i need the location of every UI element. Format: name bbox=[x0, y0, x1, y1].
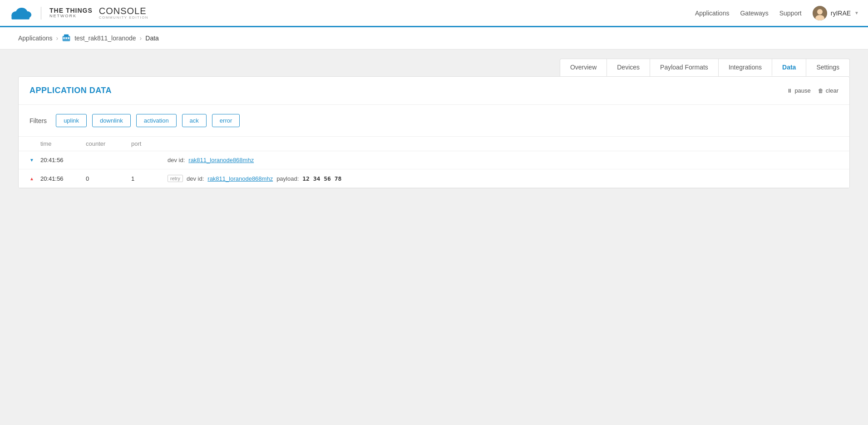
retry-badge: retry bbox=[168, 175, 183, 182]
filter-uplink[interactable]: uplink bbox=[56, 114, 87, 127]
tab-integrations[interactable]: Integrations bbox=[718, 59, 772, 76]
tab-devices[interactable]: Devices bbox=[607, 59, 650, 76]
table-row: ▼ 20:41:56 dev id: rak811_loranode868mhz bbox=[19, 151, 849, 169]
filters-label: Filters bbox=[30, 117, 47, 124]
breadcrumb-applications[interactable]: Applications bbox=[18, 35, 53, 42]
nav-support[interactable]: Support bbox=[779, 10, 802, 17]
filters-row: Filters uplink downlink activation ack e… bbox=[19, 105, 849, 137]
tab-overview[interactable]: Overview bbox=[560, 59, 607, 76]
col-counter-header: counter bbox=[86, 140, 131, 147]
app-icon bbox=[62, 34, 71, 43]
time-row2: 20:41:56 bbox=[40, 175, 86, 182]
console-sub: COMMUNITY EDITION bbox=[99, 16, 148, 20]
payload-value-row2: 12 34 56 78 bbox=[302, 175, 341, 182]
avatar-icon bbox=[813, 6, 827, 20]
dev-id-label-row2: dev id: bbox=[187, 175, 204, 182]
dev-id-label-row1: dev id: bbox=[168, 157, 185, 163]
svg-rect-8 bbox=[64, 35, 69, 37]
app-data-header: APPLICATION DATA ⏸ pause 🗑 clear bbox=[19, 77, 849, 105]
nav-applications[interactable]: Applications bbox=[695, 10, 730, 17]
page-content: Overview Devices Payload Formats Integra… bbox=[0, 49, 868, 420]
ttn-logo-icon bbox=[9, 5, 33, 21]
navbar: THE THINGS NETWORK CONSOLE COMMUNITY EDI… bbox=[0, 0, 868, 27]
time-row1: 20:41:56 bbox=[40, 157, 86, 163]
breadcrumb-sep-1: › bbox=[56, 35, 59, 42]
svg-rect-9 bbox=[64, 37, 65, 39]
table-row: ▲ 20:41:56 0 1 retry dev id: rak811_lora… bbox=[19, 169, 849, 188]
logo-divider bbox=[41, 7, 41, 20]
breadcrumb-app-name[interactable]: test_rak811_loranode bbox=[74, 35, 136, 42]
data-content-row2: retry dev id: rak811_loranode868mhz payl… bbox=[168, 175, 838, 182]
filter-error[interactable]: error bbox=[212, 114, 240, 127]
trash-icon: 🗑 bbox=[818, 88, 824, 94]
filter-ack[interactable]: ack bbox=[182, 114, 207, 127]
filter-downlink[interactable]: downlink bbox=[92, 114, 131, 127]
tab-settings[interactable]: Settings bbox=[806, 59, 850, 76]
chevron-down-icon: ▼ bbox=[854, 10, 859, 15]
svg-rect-11 bbox=[68, 37, 69, 39]
console-main: CONSOLE bbox=[99, 6, 148, 16]
brand-ttn: THE THINGS bbox=[49, 7, 93, 14]
expand-icon-row2[interactable]: ▲ bbox=[30, 176, 40, 181]
counter-row2: 0 bbox=[86, 175, 131, 182]
breadcrumb: Applications › test_rak811_loranode › Da… bbox=[0, 27, 868, 49]
tab-payload-formats[interactable]: Payload Formats bbox=[650, 59, 719, 76]
svg-rect-3 bbox=[11, 15, 29, 19]
col-port-header: port bbox=[131, 140, 168, 147]
port-row2: 1 bbox=[131, 175, 168, 182]
username-label: ryIRAE bbox=[831, 10, 851, 17]
clear-button[interactable]: 🗑 clear bbox=[818, 87, 838, 94]
console-text: CONSOLE COMMUNITY EDITION bbox=[99, 6, 148, 20]
pause-label: pause bbox=[794, 87, 810, 94]
expand-icon-row1[interactable]: ▼ bbox=[30, 158, 40, 163]
nav-gateways[interactable]: Gateways bbox=[740, 10, 768, 17]
header-actions: ⏸ pause 🗑 clear bbox=[787, 87, 838, 94]
breadcrumb-sep-2: › bbox=[140, 35, 142, 42]
navbar-right: Applications Gateways Support ryIRAE ▼ bbox=[695, 6, 859, 20]
filter-activation[interactable]: activation bbox=[136, 114, 177, 127]
app-data-title: APPLICATION DATA bbox=[30, 86, 112, 95]
tab-data[interactable]: Data bbox=[772, 59, 806, 76]
svg-point-5 bbox=[817, 9, 823, 15]
col-time-header: time bbox=[40, 140, 86, 147]
avatar bbox=[813, 6, 827, 20]
dev-id-link-row2[interactable]: rak811_loranode868mhz bbox=[207, 175, 273, 182]
dev-id-link-row1[interactable]: rak811_loranode868mhz bbox=[188, 157, 254, 163]
brand-text: THE THINGS NETWORK bbox=[49, 7, 93, 19]
clear-label: clear bbox=[826, 87, 838, 94]
pause-button[interactable]: ⏸ pause bbox=[787, 87, 810, 94]
pause-icon: ⏸ bbox=[787, 88, 792, 94]
data-content-row1: dev id: rak811_loranode868mhz bbox=[168, 157, 838, 163]
tab-navigation: Overview Devices Payload Formats Integra… bbox=[18, 49, 850, 76]
app-data-container: APPLICATION DATA ⏸ pause 🗑 clear Filters… bbox=[18, 76, 850, 188]
payload-label-row2: payload: bbox=[276, 175, 299, 182]
breadcrumb-current: Data bbox=[145, 35, 159, 42]
svg-rect-10 bbox=[66, 37, 67, 39]
table-header: time counter port bbox=[19, 137, 849, 151]
brand-network: NETWORK bbox=[49, 14, 93, 19]
navbar-left: THE THINGS NETWORK CONSOLE COMMUNITY EDI… bbox=[9, 5, 148, 21]
user-menu[interactable]: ryIRAE ▼ bbox=[813, 6, 859, 20]
